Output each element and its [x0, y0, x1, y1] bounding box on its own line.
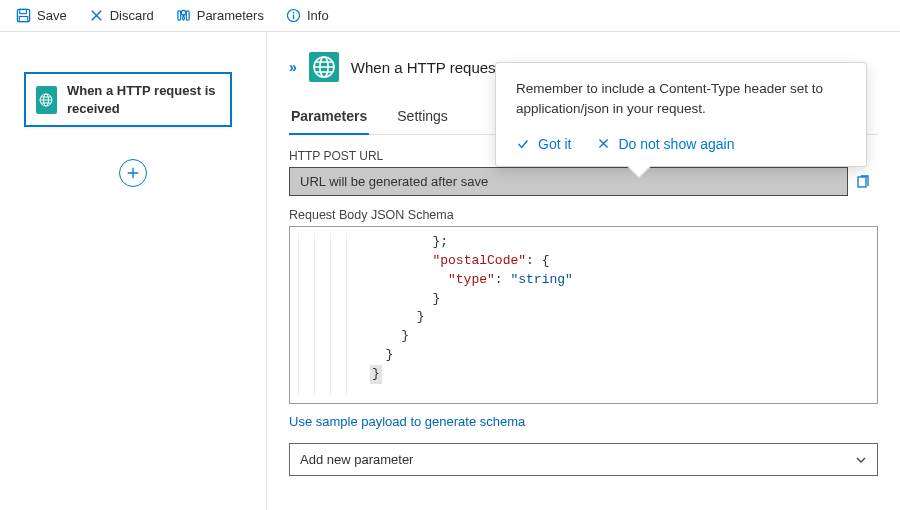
copy-url-button[interactable]	[848, 167, 878, 196]
add-parameter-dropdown[interactable]: Add new parameter	[289, 443, 878, 476]
discard-label: Discard	[110, 8, 154, 23]
save-icon	[16, 8, 31, 23]
info-button[interactable]: Info	[278, 6, 337, 25]
info-label: Info	[307, 8, 329, 23]
copy-icon	[855, 174, 871, 190]
chevron-down-icon	[855, 454, 867, 466]
do-not-show-button[interactable]: Do not show again	[597, 136, 734, 152]
svg-rect-5	[186, 11, 189, 20]
info-icon	[286, 8, 301, 23]
add-step-button[interactable]	[119, 159, 147, 187]
trigger-card[interactable]: When a HTTP request is received	[24, 72, 232, 127]
tab-parameters[interactable]: Parameters	[289, 100, 369, 134]
check-icon	[516, 137, 530, 151]
svg-rect-2	[19, 16, 27, 21]
x-icon	[597, 137, 610, 150]
http-trigger-icon	[36, 86, 57, 114]
schema-text: }; "postalCode": { "type": "string" } } …	[370, 233, 573, 384]
svg-rect-12	[858, 177, 866, 187]
url-field: URL will be generated after save	[289, 167, 848, 196]
plus-icon	[126, 166, 140, 180]
parameters-button[interactable]: Parameters	[168, 6, 272, 25]
schema-editor[interactable]: }; "postalCode": { "type": "string" } } …	[289, 226, 878, 404]
panel-icon	[309, 52, 339, 82]
sample-payload-link[interactable]: Use sample payload to generate schema	[289, 414, 878, 429]
discard-button[interactable]: Discard	[81, 6, 162, 25]
x-icon	[89, 8, 104, 23]
svg-point-7	[293, 12, 295, 14]
parameters-label: Parameters	[197, 8, 264, 23]
collapse-button[interactable]: »	[289, 59, 297, 75]
save-label: Save	[37, 8, 67, 23]
svg-rect-3	[178, 11, 181, 20]
trigger-title: When a HTTP request is received	[67, 82, 220, 117]
got-it-button[interactable]: Got it	[516, 136, 571, 152]
parameters-icon	[176, 8, 191, 23]
add-parameter-label: Add new parameter	[300, 452, 413, 467]
teaching-bubble: Remember to include a Content-Type heade…	[495, 62, 867, 167]
designer-canvas[interactable]: When a HTTP request is received	[0, 32, 267, 510]
tab-settings[interactable]: Settings	[395, 100, 450, 134]
schema-label: Request Body JSON Schema	[289, 208, 878, 222]
tooltip-message: Remember to include a Content-Type heade…	[516, 79, 846, 120]
save-button[interactable]: Save	[8, 6, 75, 25]
command-bar: Save Discard Parameters Info	[0, 0, 900, 32]
